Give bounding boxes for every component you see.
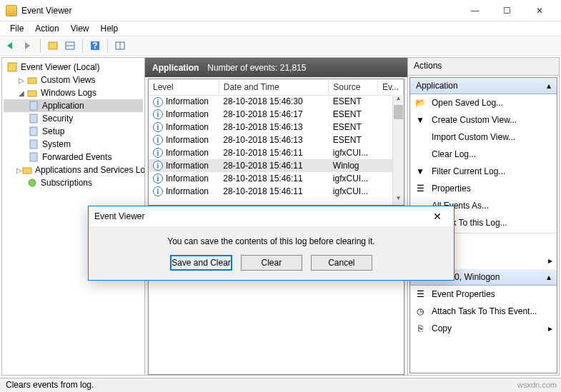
action-event-properties[interactable]: ☰Event Properties bbox=[410, 286, 557, 303]
col-source[interactable]: Source bbox=[329, 79, 378, 95]
window-title: Event Viewer bbox=[21, 6, 459, 16]
center-title: Application bbox=[152, 63, 199, 73]
dialog-message: You can save the contents of this log be… bbox=[89, 226, 454, 255]
action-group-application[interactable]: Application ▴ bbox=[410, 78, 557, 94]
column-headers[interactable]: Level Date and Time Source Ev... bbox=[149, 79, 404, 95]
dialog-title: Event Viewer bbox=[94, 211, 427, 221]
action-import-custom-view[interactable]: Import Custom View... bbox=[410, 129, 557, 146]
cancel-button[interactable]: Cancel bbox=[311, 255, 372, 271]
status-text: Clears events from log. bbox=[6, 380, 94, 390]
menu-help[interactable]: Help bbox=[95, 22, 124, 35]
table-row[interactable]: iInformation28-10-2018 15:46:11igfxCUI..… bbox=[149, 146, 404, 159]
folder-icon bbox=[26, 88, 38, 98]
action-open-saved-log[interactable]: 📂Open Saved Log... bbox=[410, 94, 557, 111]
tree-windows-logs[interactable]: ◢ Windows Logs bbox=[4, 86, 143, 99]
chevron-right-icon: ▸ bbox=[547, 323, 552, 333]
menu-bar: File Action View Help bbox=[0, 21, 561, 36]
tree-forwarded-events[interactable]: Forwarded Events bbox=[4, 151, 143, 164]
tree-subscriptions[interactable]: Subscriptions bbox=[4, 176, 143, 189]
action-label: Open Saved Log... bbox=[432, 98, 503, 108]
show-tree-button[interactable] bbox=[45, 38, 61, 54]
dialog-close-button[interactable]: ✕ bbox=[427, 209, 448, 223]
blank-icon bbox=[414, 131, 426, 143]
svg-rect-10 bbox=[30, 101, 37, 110]
info-icon: i bbox=[153, 161, 163, 171]
tree-security[interactable]: Security bbox=[4, 112, 143, 125]
svg-rect-8 bbox=[28, 78, 36, 84]
collapse-icon[interactable]: ◢ bbox=[16, 89, 26, 97]
blank-icon bbox=[414, 149, 426, 160]
table-row[interactable]: iInformation28-10-2018 15:46:11igfxCUI..… bbox=[149, 172, 404, 185]
tree-apps-services[interactable]: ▷ Applications and Services Lo bbox=[4, 164, 143, 176]
scroll-thumb[interactable] bbox=[394, 105, 403, 119]
dialog-titlebar: Event Viewer ✕ bbox=[89, 206, 454, 226]
forward-button[interactable] bbox=[20, 38, 36, 54]
collapse-icon[interactable]: ▴ bbox=[547, 272, 551, 282]
action-clear-log[interactable]: Clear Log... bbox=[410, 146, 557, 163]
table-row[interactable]: iInformation28-10-2018 15:46:11igfxCUI..… bbox=[149, 185, 404, 198]
log-icon bbox=[28, 139, 39, 149]
action-label: Attach Task To This Event... bbox=[432, 306, 537, 316]
action-label: Copy bbox=[432, 323, 541, 333]
collapse-icon[interactable]: ▴ bbox=[547, 81, 551, 91]
save-and-clear-button[interactable]: Save and Clear bbox=[170, 255, 232, 271]
expand-icon[interactable]: ▷ bbox=[16, 76, 26, 84]
maximize-button[interactable]: ☐ bbox=[491, 1, 523, 21]
clear-button[interactable]: Clear bbox=[241, 255, 302, 271]
minimize-button[interactable]: — bbox=[459, 1, 491, 21]
svg-rect-7 bbox=[8, 63, 16, 71]
layout-button[interactable] bbox=[112, 38, 128, 54]
menu-file[interactable]: File bbox=[4, 22, 29, 35]
table-row[interactable]: iInformation28-10-2018 15:46:30ESENT bbox=[149, 95, 404, 108]
tree-label: Setup bbox=[42, 126, 64, 136]
tree-label: Applications and Services Lo bbox=[35, 165, 145, 175]
action-copy[interactable]: ⎘Copy▸ bbox=[410, 320, 557, 337]
properties-icon: ☰ bbox=[414, 183, 426, 194]
action-properties[interactable]: ☰Properties bbox=[410, 180, 557, 197]
scroll-up-icon[interactable]: ▲ bbox=[393, 95, 404, 105]
app-icon bbox=[6, 5, 17, 16]
subscription-icon bbox=[26, 178, 38, 188]
col-level[interactable]: Level bbox=[149, 79, 219, 95]
menu-action[interactable]: Action bbox=[29, 22, 64, 35]
svg-rect-0 bbox=[49, 42, 57, 49]
actions-title: Actions bbox=[408, 58, 559, 76]
log-icon bbox=[28, 114, 39, 124]
tree-label: System bbox=[42, 139, 71, 149]
back-button[interactable] bbox=[3, 38, 19, 54]
col-date[interactable]: Date and Time bbox=[219, 79, 329, 95]
event-count: Number of events: 21,815 bbox=[207, 63, 306, 73]
tree-application[interactable]: Application bbox=[4, 99, 143, 112]
info-icon: i bbox=[153, 174, 163, 184]
svg-rect-15 bbox=[23, 168, 31, 174]
vertical-scrollbar[interactable]: ▲ ▼ bbox=[392, 95, 404, 205]
table-row[interactable]: iInformation28-10-2018 15:46:13ESENT bbox=[149, 134, 404, 146]
log-icon bbox=[28, 101, 39, 111]
help-button[interactable]: ? bbox=[87, 38, 103, 54]
tree-label: Forwarded Events bbox=[42, 152, 111, 162]
tree-setup[interactable]: Setup bbox=[4, 125, 143, 138]
action-create-custom-view[interactable]: ▼Create Custom View... bbox=[410, 111, 557, 129]
menu-view[interactable]: View bbox=[65, 22, 95, 35]
tree-custom-views[interactable]: ▷ Custom Views bbox=[4, 74, 143, 86]
table-row[interactable]: iInformation28-10-2018 15:46:13ESENT bbox=[149, 121, 404, 134]
table-row[interactable]: iInformation28-10-2018 15:46:17ESENT bbox=[149, 108, 404, 121]
scroll-down-icon[interactable]: ▼ bbox=[393, 195, 404, 205]
info-icon: i bbox=[153, 148, 163, 158]
expand-icon[interactable]: ▷ bbox=[16, 166, 22, 174]
tree-root[interactable]: Event Viewer (Local) bbox=[4, 61, 143, 74]
chevron-right-icon: ▸ bbox=[547, 256, 552, 266]
close-button[interactable]: ✕ bbox=[523, 1, 555, 21]
col-event[interactable]: Ev... bbox=[377, 79, 403, 95]
folder-icon bbox=[22, 165, 32, 175]
action-filter-current-log[interactable]: ▼Filter Current Log... bbox=[410, 163, 557, 180]
info-icon: i bbox=[153, 135, 163, 145]
preview-pane-button[interactable] bbox=[62, 38, 78, 54]
tree-system[interactable]: System bbox=[4, 138, 143, 151]
action-label: Import Custom View... bbox=[432, 132, 515, 142]
table-row[interactable]: iInformation28-10-2018 15:46:11Winlog bbox=[149, 159, 404, 172]
action-attach-task-event[interactable]: ◷Attach Task To This Event... bbox=[410, 303, 557, 320]
tree-label: Application bbox=[42, 101, 84, 111]
tree-label: Custom Views bbox=[41, 75, 95, 85]
log-icon bbox=[28, 152, 39, 162]
